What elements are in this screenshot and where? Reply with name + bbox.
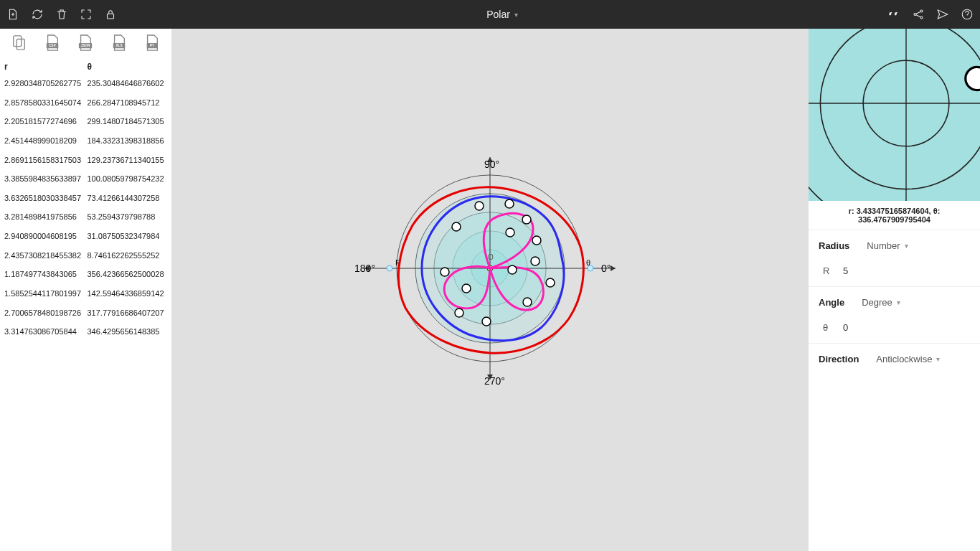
svg-rect-47 (809, 29, 980, 201)
svg-text:XLS: XLS (116, 44, 122, 48)
svg-text:O: O (488, 253, 494, 261)
chevron-down-icon: ▾ (905, 242, 908, 250)
page-title: Polar (486, 9, 510, 20)
table-row[interactable]: 2.8691156158317503129.23736711340155 (0, 153, 171, 172)
caption-r-label: r: (849, 207, 854, 215)
svg-rect-0 (108, 14, 114, 19)
direction-label: Direction (819, 354, 859, 364)
svg-point-36 (440, 268, 449, 276)
json-icon[interactable]: JSON (77, 33, 94, 53)
svg-text:JSON: JSON (81, 44, 90, 48)
preview-caption: r: 3.433475165874604, θ: 336.47679097954… (809, 201, 980, 230)
quote-icon[interactable] (887, 7, 901, 22)
radius-input-row[interactable]: R 5 (819, 265, 970, 276)
angle-symbol: θ (823, 322, 833, 333)
svg-point-35 (506, 228, 514, 237)
preview-thumbnail[interactable] (809, 29, 980, 201)
caption-r-value: 3.433475165874604, (857, 207, 931, 215)
toolbar-right-group (887, 7, 974, 22)
angle-type-value: Degree (862, 297, 892, 308)
cell-theta: 142.59464336859142 (86, 289, 169, 298)
angle-270: 270° (484, 375, 505, 387)
header-theta: θ (86, 62, 169, 72)
cell-theta: 317.77916686407207 (86, 309, 169, 318)
cell-theta: 8.746162262555252 (86, 251, 169, 260)
svg-point-37 (452, 222, 461, 231)
toolbar-left-group (6, 7, 118, 22)
direction-dropdown[interactable]: Anticlockwise ▾ (876, 354, 940, 364)
chevron-down-icon: ▾ (514, 11, 518, 19)
cell-theta: 235.30484646876602 (86, 79, 169, 88)
table-row[interactable]: 2.9280348705262775235.30484646876602 (0, 76, 171, 95)
radius-type-value: Number (867, 240, 900, 251)
cell-r: 3.3855984835633897 (3, 174, 86, 184)
direction-value: Anticlockwise (876, 354, 932, 364)
table-row[interactable]: 2.8578580331645074266.2847108945712 (0, 95, 171, 115)
angle-group: Angle Degree ▾ θ 0 (809, 286, 980, 343)
cell-r: 1.187497743843065 (3, 270, 86, 279)
cell-r: 2.940890004608195 (3, 232, 86, 241)
polar-plot: 0° 90° 180° 270° R θ O (172, 29, 808, 551)
angle-180: 180° (354, 263, 375, 274)
cell-r: 2.4357308218455382 (3, 251, 86, 260)
xls-icon[interactable]: XLS (110, 33, 128, 53)
svg-point-2 (920, 10, 923, 12)
cell-theta: 266.2847108945712 (86, 98, 169, 108)
angle-input-row[interactable]: θ 0 (819, 322, 970, 333)
csv-icon[interactable]: CSV (44, 33, 61, 53)
data-table-header: r θ (0, 57, 171, 76)
cell-r: 2.451448999018209 (3, 136, 86, 146)
table-row[interactable]: 2.94089000460819531.08750532347984 (0, 229, 171, 248)
table-row[interactable]: 1.187497743843065356.42366562500028 (0, 267, 171, 286)
header-r: r (3, 62, 86, 72)
cell-theta: 129.23736711340155 (86, 156, 169, 165)
svg-rect-6 (17, 39, 24, 50)
canvas[interactable]: 0° 90° 180° 270° R θ O (172, 29, 808, 551)
table-row[interactable]: 2.7006578480198726317.77916686407207 (0, 306, 171, 325)
angle-type-dropdown[interactable]: Degree ▾ (862, 297, 900, 308)
cell-r: 1.5852544117801997 (3, 289, 86, 298)
table-row[interactable]: 3.3855984835633897100.08059798754232 (0, 171, 171, 191)
table-row[interactable]: 2.43573082184553828.746162262555252 (0, 248, 171, 268)
title-dropdown[interactable]: Polar ▾ (486, 9, 518, 20)
caption-t-value: 336.4767909795404 (858, 215, 930, 224)
lock-icon[interactable] (103, 7, 118, 22)
angle-value: 0 (843, 322, 848, 333)
trash-icon[interactable] (55, 7, 69, 22)
table-row[interactable]: 1.5852544117801997142.59464336859142 (0, 286, 171, 306)
caption-t-label: θ: (933, 207, 941, 215)
chevron-down-icon: ▾ (897, 298, 900, 306)
svg-point-1 (914, 14, 916, 16)
angle-0: 0° (601, 263, 611, 274)
axis-theta-label: θ (586, 258, 590, 267)
table-row[interactable]: 3.28148984197585653.2594379798788 (0, 209, 171, 229)
main-area: CSV JSON XLS PY r θ 2.928034870526277523… (0, 29, 980, 551)
copy-icon[interactable] (11, 33, 28, 53)
svg-point-39 (505, 199, 514, 208)
send-icon[interactable] (936, 7, 950, 22)
help-icon[interactable] (960, 7, 974, 22)
cell-r: 3.281489841975856 (3, 212, 86, 222)
svg-point-40 (522, 215, 531, 224)
svg-point-57 (966, 67, 980, 90)
fullscreen-icon[interactable] (79, 7, 93, 22)
cell-r: 3.314763086705844 (3, 327, 86, 336)
radius-type-dropdown[interactable]: Number ▾ (867, 240, 908, 251)
table-row[interactable]: 2.451448999018209184.33231398318856 (0, 133, 171, 153)
cell-theta: 184.33231398318856 (86, 136, 169, 146)
export-row: CSV JSON XLS PY (0, 29, 171, 57)
angle-label: Angle (819, 297, 844, 308)
refresh-icon[interactable] (30, 7, 44, 22)
cell-theta: 53.2594379798788 (86, 212, 169, 222)
share-icon[interactable] (911, 7, 925, 22)
table-row[interactable]: 3.314763086705844346.4295656148385 (0, 324, 171, 344)
cell-r: 2.8691156158317503 (3, 156, 86, 165)
py-icon[interactable]: PY (143, 33, 161, 53)
table-row[interactable]: 2.205181577274696299.14807184571305 (0, 114, 171, 133)
new-file-icon[interactable] (6, 7, 20, 22)
table-row[interactable]: 3.632651803033845773.41266144307258 (0, 191, 171, 210)
cell-theta: 100.08059798754232 (86, 174, 169, 184)
svg-point-34 (482, 317, 491, 326)
cell-r: 2.9280348705262775 (3, 79, 86, 88)
chevron-down-icon: ▾ (936, 355, 940, 363)
